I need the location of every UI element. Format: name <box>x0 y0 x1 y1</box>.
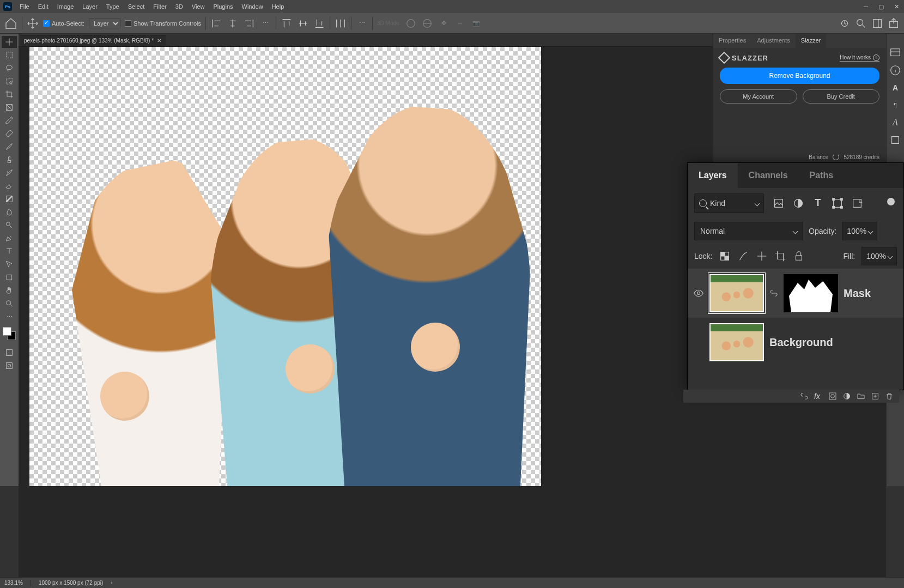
healing-tool[interactable] <box>2 128 17 140</box>
blend-mode-dropdown[interactable]: Normal <box>694 222 803 240</box>
lock-image-icon[interactable] <box>737 250 749 262</box>
lock-artboard-icon[interactable] <box>774 250 786 262</box>
glyphs-panel-icon[interactable]: A <box>889 117 901 129</box>
paragraph-panel-icon[interactable]: ¶ <box>889 99 901 111</box>
brush-tool[interactable] <box>2 141 17 153</box>
align-left-icon[interactable] <box>210 17 222 29</box>
auto-select-checkbox[interactable]: ✓ Auto-Select: <box>43 20 84 27</box>
buy-credit-button[interactable]: Buy Credit <box>803 89 880 104</box>
document-canvas[interactable] <box>29 47 541 486</box>
menu-filter[interactable]: Filter <box>149 1 171 12</box>
more-align-icon[interactable]: ⋯ <box>259 17 271 29</box>
layer-filter-kind-dropdown[interactable]: Kind <box>694 193 764 213</box>
how-it-works-link[interactable]: How it works i <box>840 54 879 62</box>
share-icon[interactable] <box>888 17 900 29</box>
type-tool[interactable] <box>2 245 17 257</box>
new-layer-icon[interactable] <box>871 392 879 401</box>
align-center-v-icon[interactable] <box>297 17 309 29</box>
orbit-3d-icon[interactable] <box>405 17 417 29</box>
character-panel-icon[interactable]: A <box>889 82 901 94</box>
refresh-balance-icon[interactable] <box>833 154 839 160</box>
tab-layers[interactable]: Layers <box>688 163 738 188</box>
menu-plugins[interactable]: Plugins <box>209 1 237 12</box>
move-tool[interactable] <box>2 36 17 48</box>
link-layers-icon[interactable] <box>800 392 809 401</box>
quick-select-tool[interactable] <box>2 75 17 87</box>
pan-3d-icon[interactable]: ✥ <box>438 17 450 29</box>
pen-tool[interactable] <box>2 232 17 244</box>
history-panel-icon[interactable] <box>889 47 901 59</box>
filter-toggle[interactable] <box>887 198 895 205</box>
color-swatches[interactable] <box>3 327 16 340</box>
cloud-doc-icon[interactable] <box>839 17 851 29</box>
window-maximize-icon[interactable]: ▢ <box>873 0 889 13</box>
lock-position-icon[interactable] <box>756 250 768 262</box>
layer-name[interactable]: Mask <box>844 287 871 300</box>
search-icon[interactable] <box>855 17 867 29</box>
layer-name[interactable]: Background <box>769 336 833 349</box>
zoom-level[interactable]: 133.1% <box>4 580 23 586</box>
document-tab[interactable]: pexels-photo-2701660.jpeg @ 133% (Mask, … <box>20 35 166 46</box>
filter-pixel-icon[interactable] <box>773 197 785 209</box>
menu-file[interactable]: File <box>15 1 34 12</box>
show-transform-checkbox[interactable]: Show Transform Controls <box>125 20 201 27</box>
slide-3d-icon[interactable]: ↔ <box>454 17 466 29</box>
menu-window[interactable]: Window <box>238 1 268 12</box>
menu-view[interactable]: View <box>187 1 209 12</box>
distribute-icon[interactable] <box>335 17 347 29</box>
menu-3d[interactable]: 3D <box>171 1 187 12</box>
tab-channels[interactable]: Channels <box>738 163 799 188</box>
overflow-icon[interactable]: ⋯ <box>356 17 368 29</box>
blur-tool[interactable] <box>2 206 17 218</box>
move-tool-icon[interactable] <box>27 17 39 29</box>
info-panel-icon[interactable] <box>889 64 901 76</box>
tab-adjustments[interactable]: Adjustments <box>751 34 796 48</box>
window-close-icon[interactable]: ✕ <box>889 0 904 13</box>
layer-thumbnail[interactable] <box>709 274 764 312</box>
menu-edit[interactable]: Edit <box>34 1 53 12</box>
delete-layer-icon[interactable] <box>885 392 894 401</box>
shape-tool[interactable] <box>2 271 17 283</box>
lock-transparent-icon[interactable] <box>719 250 731 262</box>
mask-link-icon[interactable] <box>769 289 778 298</box>
fill-input[interactable]: 100% <box>861 247 897 265</box>
hand-tool[interactable] <box>2 284 17 296</box>
tab-slazzer[interactable]: Slazzer <box>796 34 827 48</box>
adjustment-layer-icon[interactable] <box>842 392 851 401</box>
libraries-panel-icon[interactable] <box>889 134 901 146</box>
document-info[interactable]: 1000 px x 1500 px (72 ppi) <box>39 580 103 586</box>
eyedropper-tool[interactable] <box>2 114 17 126</box>
dodge-tool[interactable] <box>2 219 17 231</box>
menu-image[interactable]: Image <box>53 1 78 12</box>
edit-toolbar-icon[interactable]: ⋯ <box>2 311 17 323</box>
align-bottom-icon[interactable] <box>313 17 325 29</box>
history-brush-tool[interactable] <box>2 167 17 179</box>
visibility-icon[interactable] <box>693 288 704 299</box>
menu-help[interactable]: Help <box>268 1 289 12</box>
new-group-icon[interactable] <box>857 392 865 401</box>
menu-select[interactable]: Select <box>124 1 149 12</box>
quick-mask-icon[interactable] <box>2 360 17 372</box>
layer-thumbnail[interactable] <box>709 323 764 361</box>
layer-row[interactable]: Background <box>688 318 903 367</box>
menu-layer[interactable]: Layer <box>78 1 102 12</box>
workspace-icon[interactable] <box>871 17 883 29</box>
tab-paths[interactable]: Paths <box>799 163 845 188</box>
marquee-tool[interactable] <box>2 49 17 61</box>
layer-mask-thumbnail[interactable] <box>784 274 838 312</box>
lasso-tool[interactable] <box>2 62 17 74</box>
lock-all-icon[interactable] <box>793 250 805 262</box>
tab-properties[interactable]: Properties <box>713 34 751 48</box>
frame-tool[interactable] <box>2 101 17 113</box>
filter-adjustment-icon[interactable] <box>792 197 804 209</box>
zoom-tool[interactable] <box>2 298 17 310</box>
window-minimize-icon[interactable]: ─ <box>858 0 873 13</box>
crop-tool[interactable] <box>2 88 17 100</box>
auto-select-target-dropdown[interactable]: Layer <box>89 19 120 28</box>
menu-type[interactable]: Type <box>102 1 124 12</box>
remove-background-button[interactable]: Remove Background <box>720 68 879 84</box>
screen-mode-icon[interactable] <box>2 347 17 359</box>
align-right-icon[interactable] <box>243 17 255 29</box>
align-center-h-icon[interactable] <box>227 17 239 29</box>
path-select-tool[interactable] <box>2 258 17 270</box>
